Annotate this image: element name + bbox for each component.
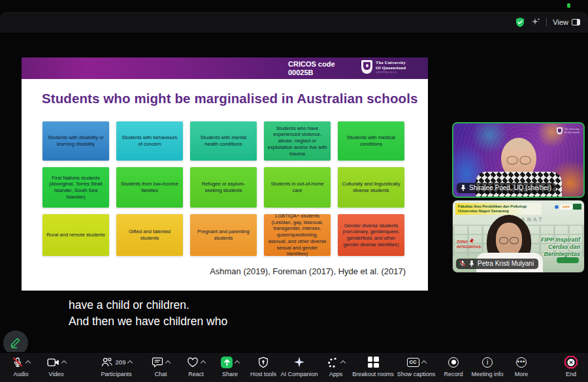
- group-box: Gender diverse students (non-binary, gen…: [337, 214, 405, 257]
- apps-icon: [327, 357, 338, 368]
- more-button[interactable]: ••• More: [508, 356, 534, 377]
- group-box: Students with mental health conditions: [189, 121, 257, 161]
- chevron-up-icon[interactable]: [61, 360, 66, 365]
- react-button[interactable]: React: [181, 356, 211, 377]
- pin-icon: [460, 184, 466, 191]
- slide-title: Students who might be marginalised in Au…: [42, 91, 418, 106]
- share-screen-icon: [221, 357, 233, 368]
- react-label: React: [188, 371, 204, 377]
- faculty-banner: Fakultas Ilmu Pendidikan dan Psikologi U…: [455, 203, 542, 215]
- apps-label: Apps: [329, 371, 343, 377]
- breakout-rooms-button[interactable]: Breakout rooms: [350, 356, 397, 377]
- fipp-tagline: FIPP Inspiratif Cerdas dan Berintegritas: [541, 236, 580, 258]
- participant-name: Shiralee Poed, UQ (she/her): [469, 184, 551, 191]
- view-label: View: [553, 18, 568, 26]
- end-meeting-button[interactable]: ✕ End: [558, 356, 584, 377]
- encryption-shield-icon[interactable]: [515, 17, 525, 27]
- muted-mic-icon: [12, 357, 24, 368]
- chat-button[interactable]: Chat: [146, 356, 175, 377]
- chevron-up-icon[interactable]: [165, 360, 171, 365]
- uq-logo: The University Of Queensland AUSTRALIA: [361, 60, 406, 74]
- live-captions: have a child or children. And then we ha…: [69, 297, 227, 330]
- record-button[interactable]: Record: [439, 356, 468, 377]
- chevron-up-icon[interactable]: [127, 360, 133, 365]
- show-captions-label: Show captions: [397, 371, 436, 377]
- participant-video-shiralee[interactable]: The University Of Queensland Shiralee Po…: [452, 122, 585, 198]
- group-box: Students who have experienced violence, …: [263, 121, 331, 161]
- participant-nametag: Petra Kristi Mulyani: [456, 259, 538, 269]
- cricos-code: CRICOS code 00025B: [288, 60, 335, 77]
- presentation-slide: CRICOS code 00025B The University Of Que…: [22, 57, 428, 291]
- video-label: Video: [49, 371, 64, 377]
- uq-crest-icon: [557, 127, 563, 135]
- breakout-rooms-label: Breakout rooms: [352, 371, 394, 377]
- participant-name: Petra Kristi Mulyani: [478, 260, 534, 267]
- chevron-up-icon[interactable]: [25, 360, 31, 365]
- glasses: [506, 156, 531, 165]
- chevron-up-icon[interactable]: [201, 360, 206, 365]
- meeting-info-label: Meeting info: [471, 371, 503, 377]
- group-box: Culturally and linguistically diverse st…: [337, 167, 405, 208]
- green-logo-icon: [573, 204, 581, 210]
- group-box: Refugee or asylum-seeking students: [189, 167, 257, 208]
- ai-companion-label: AI Companion: [280, 371, 318, 377]
- more-icon: •••: [516, 357, 527, 368]
- uq-crest-icon: [361, 60, 372, 74]
- view-button[interactable]: View: [553, 18, 580, 26]
- view-layout-icon: [572, 19, 580, 25]
- captions-cc-icon: CC: [407, 358, 419, 367]
- ai-companion-button[interactable]: AI Companion: [277, 356, 321, 377]
- group-box: Students in out-of-home care: [263, 167, 331, 208]
- fipp-logo: FIPP: [561, 204, 572, 210]
- red-bird-icon: [470, 238, 474, 243]
- group-box: Rural and remote students: [42, 214, 110, 257]
- chevron-up-icon[interactable]: [235, 360, 240, 365]
- university-logo-icon: [554, 204, 559, 210]
- chat-label: Chat: [154, 371, 167, 377]
- group-box: Students with medical conditions: [337, 121, 405, 161]
- audio-button[interactable]: Audio: [5, 356, 37, 377]
- chevron-up-icon[interactable]: [421, 360, 426, 365]
- meeting-top-bar: View: [0, 12, 588, 33]
- top-right-controls: View: [515, 17, 580, 27]
- participant-video-petra[interactable]: DEKANAT Fakultas Ilmu Pendidikan dan Psi…: [452, 200, 585, 273]
- pencil-icon: [9, 336, 22, 349]
- glasses: [499, 237, 519, 244]
- video-button[interactable]: Video: [41, 356, 72, 377]
- pin-icon: [468, 260, 475, 267]
- divider: [546, 18, 547, 27]
- meeting-info-button[interactable]: i Meeting info: [466, 356, 508, 377]
- participants-button[interactable]: 209 Participants: [93, 356, 139, 377]
- group-box: Pregnant and parenting students: [189, 214, 257, 257]
- breakout-rooms-icon: [368, 357, 379, 368]
- chevron-up-icon[interactable]: [340, 360, 346, 365]
- group-box: LGBTIQA+ students (Lesbian, gay, bisexua…: [263, 214, 331, 257]
- more-label: More: [515, 371, 529, 377]
- group-box: First Nations students (Aboriginal, Torr…: [42, 167, 110, 208]
- muted-mic-icon: [459, 260, 466, 267]
- participants-count: 209: [116, 358, 126, 366]
- record-icon: [448, 357, 459, 368]
- end-call-icon: ✕: [564, 356, 578, 369]
- group-box: Students from low-income families: [116, 167, 184, 208]
- ai-companion-sparkle-icon[interactable]: [531, 18, 540, 27]
- uq-watermark-logo: The University Of Queensland: [557, 127, 580, 135]
- ai-companion-icon: [294, 357, 304, 368]
- participants-label: Participants: [101, 371, 131, 377]
- show-captions-button[interactable]: CC Show captions: [393, 356, 439, 377]
- chat-icon: [152, 357, 163, 368]
- slide-citation: Ashman (2019), Foreman (2017), Hyde et a…: [210, 266, 406, 276]
- end-label: End: [566, 371, 576, 377]
- host-tools-button[interactable]: Host tools: [245, 356, 282, 377]
- participant-nametag: Shiralee Poed, UQ (she/her): [457, 183, 556, 193]
- host-tools-label: Host tools: [250, 371, 276, 377]
- group-box: Gifted and talented students: [116, 214, 184, 257]
- group-box: Students with disability or learning dis…: [42, 121, 110, 161]
- heart-icon: [187, 357, 199, 368]
- caption-line: And then we have children who: [69, 313, 227, 330]
- apps-button[interactable]: Apps: [321, 356, 350, 377]
- meeting-toolbar: Audio Video 209 Participants Chat: [0, 352, 588, 382]
- group-box: Students with behaviours of concern: [116, 121, 184, 161]
- slide-banner: CRICOS code 00025B The University Of Que…: [22, 57, 428, 79]
- share-button[interactable]: Share: [214, 356, 246, 377]
